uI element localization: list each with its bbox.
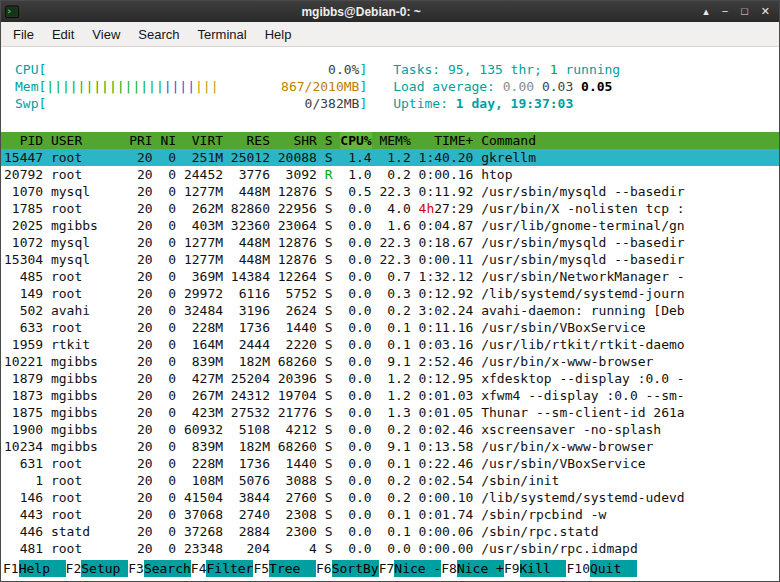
fkey-label: F3 [128, 560, 144, 577]
cell-virt: 423M [184, 404, 223, 421]
process-row[interactable]: 1900mgibbs2006093251084212S0.00.20:02.46… [1, 421, 779, 438]
menu-item-help[interactable]: Help [256, 24, 301, 45]
process-row[interactable]: 1959rtkit200164M24442220S0.00.10:03.16/u… [1, 336, 779, 353]
column-header-mem[interactable]: MEM% [379, 132, 410, 149]
process-row[interactable]: 15447root200251M2501220088S1.41.21:40.20… [1, 149, 779, 166]
process-row[interactable]: 443root2003706827402308S0.00.10:01.74/sb… [1, 506, 779, 523]
process-row[interactable]: 2025mgibbs200403M3236023064S0.01.60:04.8… [1, 217, 779, 234]
cell-cpu: 0.0 [340, 438, 371, 455]
cell-res: 448M [231, 251, 270, 268]
column-header-pid[interactable]: PID [4, 132, 43, 149]
process-row[interactable]: 1879mgibbs200427M2520420396S0.01.20:12.9… [1, 370, 779, 387]
cell-pri: 20 [129, 268, 152, 285]
fkey-f8[interactable]: F8Nice + [441, 560, 504, 577]
fkey-label: F9 [504, 560, 520, 577]
menu-item-view[interactable]: View [83, 24, 129, 45]
terminal-icon [5, 5, 19, 19]
cell-time: 0:01.05 [419, 404, 474, 421]
column-header-s[interactable]: S [325, 132, 333, 149]
cell-shr: 12264 [278, 268, 317, 285]
fkey-f3[interactable]: F3Search [128, 560, 191, 577]
process-row[interactable]: 1875mgibbs200423M2753221776S0.01.30:01.0… [1, 404, 779, 421]
menu-item-terminal[interactable]: Terminal [189, 24, 256, 45]
fkey-f6[interactable]: F6SortBy [316, 560, 379, 577]
cell-cpu: 1.0 [340, 166, 371, 183]
fkey-f7[interactable]: F7Nice - [379, 560, 442, 577]
cell-virt: 427M [184, 370, 223, 387]
fkey-action: SortBy [332, 560, 379, 577]
cell-res: 27532 [231, 404, 270, 421]
tasks-label: Tasks: [393, 62, 448, 77]
fkey-f10[interactable]: F10Quit [566, 560, 636, 577]
cell-cpu: 0.0 [340, 268, 371, 285]
column-header-virt[interactable]: VIRT [184, 132, 223, 149]
cell-ni: 0 [160, 404, 176, 421]
column-header-shr[interactable]: SHR [278, 132, 317, 149]
column-header-user[interactable]: USER [51, 132, 121, 149]
column-header-cmd[interactable]: Command [481, 132, 779, 149]
cell-pri: 20 [129, 353, 152, 370]
cpu-meter-value: 0.0% [328, 61, 359, 78]
process-rows: 15447root200251M2501220088S1.41.21:40.20… [1, 149, 779, 557]
process-row[interactable]: 481root200233482044S0.00.00:00.00/usr/sb… [1, 540, 779, 557]
cell-cpu: 0.0 [340, 319, 371, 336]
process-row[interactable]: 20792root2002445237763092R1.00.20:00.16h… [1, 166, 779, 183]
process-row[interactable]: 15304mysql2001277M448M12876S0.022.30:00.… [1, 251, 779, 268]
fkey-action: Filter [206, 560, 253, 577]
fkey-action: Nice + [457, 560, 504, 577]
process-row[interactable]: 502avahi2003248431962624S0.00.23:02.24av… [1, 302, 779, 319]
column-header-ni[interactable]: NI [160, 132, 176, 149]
menu-item-search[interactable]: Search [129, 24, 188, 45]
cell-pri: 20 [129, 540, 152, 557]
process-row[interactable]: 146root2004150438442760S0.00.20:00.10/li… [1, 489, 779, 506]
menu-item-file[interactable]: File [4, 24, 43, 45]
cell-mem: 9.1 [379, 438, 410, 455]
process-row[interactable]: 446statd2003726828842300S0.00.10:00.06/s… [1, 523, 779, 540]
cell-mem: 9.1 [379, 353, 410, 370]
fkey-action: Search [144, 560, 191, 577]
process-row[interactable]: 10221mgibbs200839M182M68260S0.09.12:52.4… [1, 353, 779, 370]
process-row[interactable]: 149root2002997261165752S0.00.30:12.92/li… [1, 285, 779, 302]
cell-cpu: 0.0 [340, 370, 371, 387]
cell-pid: 443 [4, 506, 43, 523]
column-header-cpu[interactable]: CPU% [340, 132, 371, 149]
process-row[interactable]: 631root200228M17361440S0.00.10:22.46/usr… [1, 455, 779, 472]
fkey-f5[interactable]: F5Tree [253, 560, 316, 577]
column-header-res[interactable]: RES [231, 132, 270, 149]
cell-user: root [51, 149, 121, 166]
process-row[interactable]: 1070mysql2001277M448M12876S0.522.30:11.9… [1, 183, 779, 200]
process-row[interactable]: 10234mgibbs200839M182M68260S0.09.10:13.5… [1, 438, 779, 455]
minimize-button[interactable]: − [722, 1, 728, 22]
shade-button[interactable]: ▴ [703, 1, 709, 22]
process-row[interactable]: 1785root200262M8286022956S0.04.04h27:29/… [1, 200, 779, 217]
process-row[interactable]: 1072mysql2001277M448M12876S0.022.30:18.6… [1, 234, 779, 251]
fkey-action: Quit [590, 560, 637, 577]
process-row[interactable]: 1873mgibbs200267M2431219704S0.01.20:01.0… [1, 387, 779, 404]
title-bar[interactable]: mgibbs@Debian-0: ~ ▴−□✕ [1, 1, 779, 22]
process-row[interactable]: 633root200228M17361440S0.00.10:11.16/usr… [1, 319, 779, 336]
menu-item-edit[interactable]: Edit [43, 24, 83, 45]
cell-mem: 0.1 [379, 523, 410, 540]
cell-pid: 446 [4, 523, 43, 540]
cell-command: /sbin/rpcbind -w [481, 506, 779, 523]
cell-ni: 0 [160, 336, 176, 353]
fkey-f4[interactable]: F4Filter [191, 560, 254, 577]
cell-time: 0:13.58 [419, 438, 474, 455]
fkey-f2[interactable]: F2Setup [66, 560, 129, 577]
fkey-f9[interactable]: F9Kill [504, 560, 567, 577]
bracket-close-icon: ] [359, 62, 367, 77]
column-header-pri[interactable]: PRI [129, 132, 152, 149]
process-row[interactable]: 1root200108M50763088S0.00.20:02.54/sbin/… [1, 472, 779, 489]
cell-command: xfdesktop --display :0.0 - [481, 370, 779, 387]
cell-time: 0:11.92 [419, 183, 474, 200]
cell-command: /lib/systemd/systemd-journ [481, 285, 779, 302]
cell-pri: 20 [129, 489, 152, 506]
cell-time: 2:52.46 [419, 353, 474, 370]
close-button[interactable]: ✕ [761, 1, 770, 22]
fkey-action: Help [19, 560, 66, 577]
process-row[interactable]: 485root200369M1438412264S0.00.71:32.12/u… [1, 268, 779, 285]
cell-shr: 20088 [278, 149, 317, 166]
fkey-f1[interactable]: F1Help [3, 560, 66, 577]
maximize-button[interactable]: □ [741, 1, 748, 22]
column-header-time[interactable]: TIME+ [419, 132, 474, 149]
